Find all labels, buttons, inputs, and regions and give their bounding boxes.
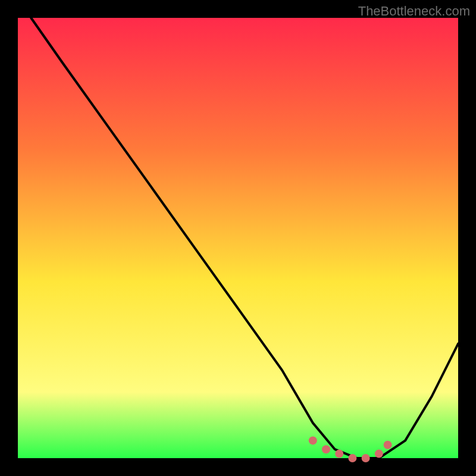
marker-dot bbox=[348, 454, 356, 462]
marker-dot bbox=[384, 441, 392, 449]
marker-dot bbox=[375, 450, 383, 458]
plot-area bbox=[18, 18, 458, 458]
marker-dot bbox=[335, 450, 343, 458]
watermark-text: TheBottleneck.com bbox=[358, 4, 470, 19]
chart-canvas: TheBottleneck.com bbox=[0, 0, 476, 476]
marker-dot bbox=[362, 454, 370, 462]
marker-dot bbox=[322, 445, 330, 453]
chart-svg bbox=[0, 0, 476, 476]
marker-dot bbox=[309, 436, 317, 444]
